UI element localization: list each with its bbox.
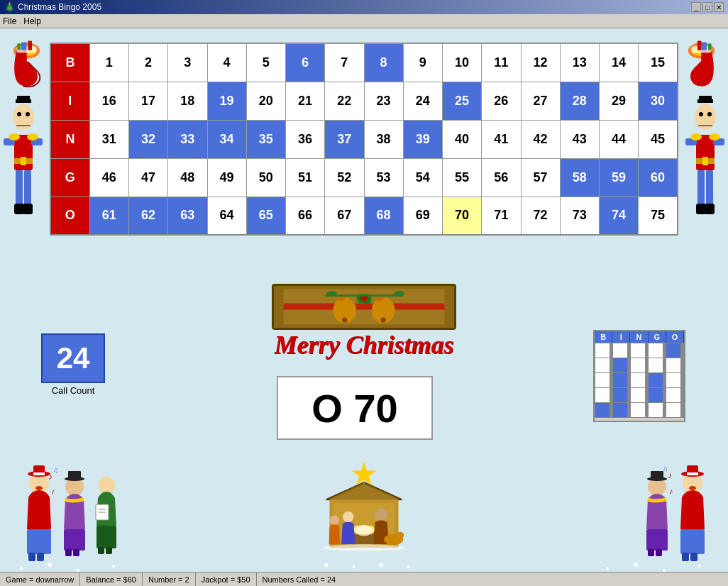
svg-point-28 (9, 133, 20, 140)
bingo-cell-33[interactable]: 33 (168, 120, 207, 158)
svg-rect-24 (16, 170, 23, 206)
bingo-cell-64[interactable]: 64 (207, 197, 246, 235)
bingo-cell-45[interactable]: 45 (639, 120, 678, 158)
svg-rect-127 (648, 549, 654, 556)
bingo-cell-71[interactable]: 71 (482, 197, 521, 235)
bingo-cell-42[interactable]: 42 (521, 120, 560, 158)
bingo-cell-48[interactable]: 48 (168, 158, 207, 197)
bingo-cell-68[interactable]: 68 (364, 197, 403, 235)
bingo-cell-30[interactable]: 30 (639, 82, 678, 120)
bingo-cell-63[interactable]: 63 (168, 197, 207, 235)
bingo-cell-60[interactable]: 60 (639, 158, 678, 197)
mini-cell-r1c0 (595, 358, 610, 372)
bingo-cell-5[interactable]: 5 (246, 43, 285, 82)
bingo-cell-49[interactable]: 49 (207, 158, 246, 197)
bingo-cell-69[interactable]: 69 (403, 197, 442, 235)
bingo-cell-75[interactable]: 75 (639, 197, 678, 235)
bingo-cell-4[interactable]: 4 (207, 43, 246, 82)
bingo-cell-23[interactable]: 23 (364, 82, 403, 120)
bingo-cell-6[interactable]: 6 (286, 43, 325, 82)
bingo-cell-34[interactable]: 34 (207, 120, 246, 158)
bingo-cell-41[interactable]: 41 (482, 120, 521, 158)
bingo-cell-44[interactable]: 44 (600, 120, 639, 158)
bingo-cell-7[interactable]: 7 (325, 43, 364, 82)
bingo-cell-67[interactable]: 67 (325, 197, 364, 235)
file-menu[interactable]: File (3, 16, 16, 26)
bingo-cell-53[interactable]: 53 (364, 158, 403, 197)
bingo-cell-3[interactable]: 3 (168, 43, 207, 82)
bingo-cell-20[interactable]: 20 (246, 82, 285, 120)
bingo-cell-25[interactable]: 25 (443, 82, 482, 120)
bingo-cell-32[interactable]: 32 (129, 120, 168, 158)
bingo-cell-55[interactable]: 55 (443, 158, 482, 197)
bingo-cell-52[interactable]: 52 (325, 158, 364, 197)
bingo-cell-62[interactable]: 62 (129, 197, 168, 235)
mini-cell-r2c0 (595, 373, 610, 387)
svg-point-54 (342, 317, 347, 322)
svg-text:♪: ♪ (48, 472, 53, 482)
bingo-cell-38[interactable]: 38 (364, 120, 403, 158)
bingo-cell-15[interactable]: 15 (639, 43, 678, 82)
bingo-cell-12[interactable]: 12 (521, 43, 560, 82)
bingo-cell-70[interactable]: 70 (443, 197, 482, 235)
mini-cell-r4c1 (613, 403, 627, 417)
mini-cell-r4c4 (666, 403, 680, 417)
mini-cell-r0c2 (631, 343, 645, 358)
help-menu[interactable]: Help (23, 16, 41, 26)
bingo-cell-61[interactable]: 61 (89, 197, 128, 235)
bingo-cell-72[interactable]: 72 (521, 197, 560, 235)
bingo-cell-47[interactable]: 47 (129, 158, 168, 197)
minimize-button[interactable]: _ (691, 2, 701, 12)
bingo-cell-22[interactable]: 22 (325, 82, 364, 120)
bingo-cell-29[interactable]: 29 (600, 82, 639, 120)
main-content: B123456789101112131415I16171819202122232… (0, 28, 728, 586)
bingo-cell-24[interactable]: 24 (403, 82, 442, 120)
svg-rect-3 (21, 42, 27, 50)
bingo-cell-37[interactable]: 37 (325, 120, 364, 158)
bingo-cell-43[interactable]: 43 (560, 120, 599, 158)
bingo-cell-27[interactable]: 27 (521, 82, 560, 120)
bingo-cell-18[interactable]: 18 (168, 82, 207, 120)
bingo-cell-1[interactable]: 1 (89, 43, 128, 82)
bingo-cell-50[interactable]: 50 (246, 158, 285, 197)
bingo-cell-58[interactable]: 58 (560, 158, 599, 197)
status-number: Number = 2 (143, 573, 196, 586)
bingo-cell-59[interactable]: 59 (600, 158, 639, 197)
bingo-cell-21[interactable]: 21 (286, 82, 325, 120)
window-icon: 🎄 (4, 2, 15, 12)
bingo-cell-57[interactable]: 57 (521, 158, 560, 197)
bingo-cell-16[interactable]: 16 (89, 82, 128, 120)
bingo-cell-56[interactable]: 56 (482, 158, 521, 197)
bingo-cell-28[interactable]: 28 (560, 82, 599, 120)
bingo-cell-11[interactable]: 11 (482, 43, 521, 82)
bingo-cell-35[interactable]: 35 (246, 120, 285, 158)
svg-text:♪: ♪ (668, 470, 672, 480)
bingo-cell-54[interactable]: 54 (403, 158, 442, 197)
bingo-cell-39[interactable]: 39 (403, 120, 442, 158)
bingo-cell-51[interactable]: 51 (286, 158, 325, 197)
bingo-cell-8[interactable]: 8 (364, 43, 403, 82)
bingo-cell-31[interactable]: 31 (89, 120, 128, 158)
mini-cell-r0c4 (666, 343, 680, 358)
svg-rect-68 (27, 529, 51, 554)
bingo-cell-17[interactable]: 17 (129, 82, 168, 120)
svg-rect-11 (708, 43, 712, 50)
bingo-cell-40[interactable]: 40 (443, 120, 482, 158)
bingo-cell-14[interactable]: 14 (600, 43, 639, 82)
mini-cell-r1c4 (666, 358, 680, 372)
bingo-cell-46[interactable]: 46 (89, 158, 128, 197)
mini-cell-r2c4 (666, 373, 680, 387)
bingo-cell-36[interactable]: 36 (286, 120, 325, 158)
bingo-cell-65[interactable]: 65 (246, 197, 285, 235)
bingo-cell-26[interactable]: 26 (482, 82, 521, 120)
bingo-cell-73[interactable]: 73 (560, 197, 599, 235)
maximize-button[interactable]: □ (702, 2, 712, 12)
bingo-cell-2[interactable]: 2 (129, 43, 168, 82)
bingo-cell-74[interactable]: 74 (600, 197, 639, 235)
bingo-cell-19[interactable]: 19 (207, 82, 246, 120)
bingo-cell-13[interactable]: 13 (560, 43, 599, 82)
close-button[interactable]: ✕ (714, 2, 724, 12)
bingo-cell-10[interactable]: 10 (443, 43, 482, 82)
bingo-cell-9[interactable]: 9 (403, 43, 442, 82)
bingo-cell-66[interactable]: 66 (286, 197, 325, 235)
